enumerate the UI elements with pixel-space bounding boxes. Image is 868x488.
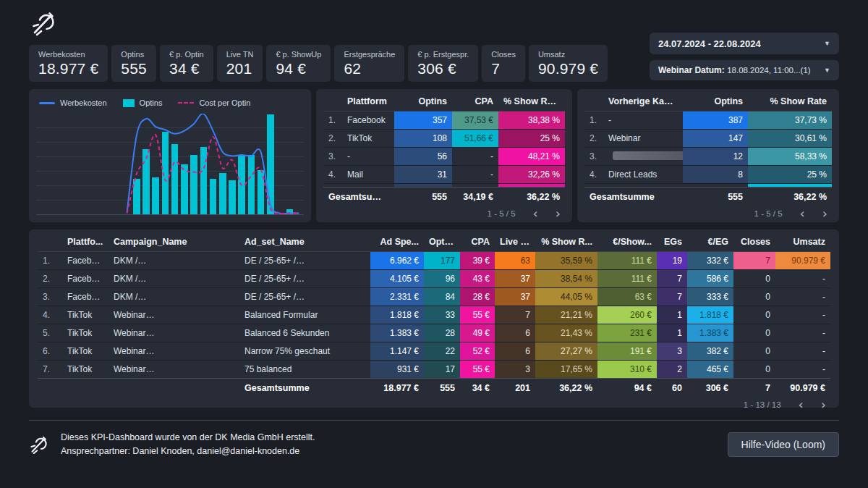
table-cell: 260 € — [597, 306, 657, 324]
table-cell: 58,33 % — [748, 148, 832, 165]
column-header[interactable]: Plattform — [342, 93, 394, 111]
chevron-left-icon[interactable]: ‹ — [799, 400, 804, 410]
kpi-value: 555 — [121, 60, 147, 77]
redacted-text — [150, 364, 235, 373]
total-cell: 34 € — [460, 379, 495, 397]
column-header[interactable]: Optins — [424, 233, 460, 251]
table-cell: 1.818 € — [687, 306, 733, 324]
chevron-right-icon[interactable]: › — [821, 400, 826, 410]
chevron-left-icon[interactable]: ‹ — [800, 209, 805, 219]
chevron-down-icon: ▼ — [824, 40, 830, 47]
table-row: 1.FacebookDKM /DE / 25-65+ /6.962 €17739… — [38, 252, 830, 269]
kpi-value: 18.977 € — [38, 60, 98, 77]
table-cell: - — [452, 148, 498, 165]
table-body: 1.-38737,73 %2.Webinar14730,61 %3.1258,3… — [584, 112, 832, 187]
table-cell: 63 € — [597, 288, 657, 306]
redacted-text — [150, 328, 235, 337]
kpi-value: 7 — [491, 60, 516, 77]
row-number: 7. — [38, 361, 62, 378]
table-cell: Facebook — [62, 270, 109, 287]
help-video-button[interactable]: Hilfe-Video (Loom) — [728, 432, 839, 457]
kpi-value: 201 — [226, 60, 254, 77]
column-header[interactable]: Vorherige Kampag... — [603, 93, 683, 111]
column-header[interactable]: CPA — [460, 233, 495, 251]
table-row: 6.TikTokWebinarNarrow 75% geschaut1.147 … — [38, 342, 830, 360]
column-header[interactable]: % Show R... — [535, 233, 597, 251]
cell-text: DKM / — [114, 256, 146, 266]
table-cell: 147 — [683, 130, 748, 147]
brand-logo-icon — [29, 434, 51, 455]
table-cell: Balanced 6 Sekunden — [239, 324, 370, 342]
table-cell: 310 € — [597, 361, 657, 378]
table-row: 4.TikTokWebinarBalanced Formular1.818 €3… — [38, 306, 830, 324]
kpi-label: Live TN — [226, 50, 254, 59]
column-header[interactable]: €/Show... — [597, 233, 657, 251]
chart-line-solid — [127, 114, 299, 214]
table-cell: 55 € — [460, 306, 495, 324]
row-number: 3. — [584, 148, 603, 165]
table-cell: 90.979 € — [775, 252, 830, 269]
chart-plot-area — [36, 114, 304, 215]
column-header[interactable]: Live TN — [495, 233, 535, 251]
chevron-right-icon[interactable]: › — [822, 209, 827, 219]
pagination: 1 - 5 / 5‹› — [584, 206, 832, 219]
date-range-value: 24.07.2024 - 22.08.2024 — [658, 38, 761, 49]
pagination-range: 1 - 5 / 5 — [488, 209, 516, 218]
legend-label: Werbekosten — [60, 98, 107, 107]
kpi-label: € p. ShowUp — [276, 50, 321, 59]
table-cell: - — [775, 361, 830, 378]
column-header[interactable]: Campaign_Name — [109, 233, 239, 251]
chevron-right-icon[interactable]: › — [556, 209, 561, 219]
redacted-text — [613, 151, 683, 160]
table-cell: Balanced Formular — [239, 306, 370, 324]
redacted-text — [300, 274, 370, 282]
row-number: 6. — [38, 342, 62, 360]
date-range-picker[interactable]: 24.07.2024 - 22.08.2024 ▼ — [650, 33, 839, 54]
footer: Dieses KPI-Dashboard wurde von der DK Me… — [29, 431, 839, 458]
column-header[interactable]: Optins — [394, 93, 452, 111]
table-cell: DE / 25-65+ / — [239, 252, 370, 269]
cell-text: DKM / — [114, 292, 146, 302]
redacted-text — [142, 256, 239, 264]
column-header[interactable]: EGs — [657, 233, 687, 251]
kpi-value: 34 € — [169, 60, 204, 77]
header: Werbekosten18.977 €Optins555€ p. Optin34… — [29, 9, 839, 84]
kpi-card: € p. ShowUp94 € — [266, 45, 331, 82]
table-cell: 56 — [394, 148, 452, 165]
column-header[interactable]: Umsatz — [775, 233, 830, 251]
table-body: 1.Facebook35737,53 €38,38 %2.TikTok10851… — [323, 112, 565, 187]
kpi-card: Umsatz90.979 € — [529, 45, 608, 82]
total-cell: 18.977 € — [370, 379, 424, 397]
legend-dashed-swatch — [178, 102, 194, 104]
column-header[interactable]: Ad Spe... — [370, 233, 424, 251]
table-cell: 1 — [657, 306, 687, 324]
column-header[interactable]: Closes — [733, 233, 775, 251]
table-cell: 49 € — [460, 324, 495, 342]
table-cell: 111 € — [597, 270, 657, 287]
column-header[interactable]: €/EG — [687, 233, 733, 251]
table-header-row: Vorherige Kampag...Optins% Show Rate — [584, 93, 832, 112]
footer-line2: Ansprechpartner: Daniel Knoden, daniel@d… — [61, 445, 315, 458]
legend-label: Optins — [140, 98, 163, 107]
row-number-header — [38, 233, 62, 251]
table-row: 3.-56-48,21 % — [323, 147, 565, 165]
table-cell: 4.105 € — [370, 270, 424, 287]
column-header[interactable]: Plattfo... — [62, 233, 109, 251]
table-cell: - — [775, 342, 830, 360]
table-cell: 7 — [657, 288, 687, 306]
total-cell: 94 € — [597, 379, 657, 397]
total-cell: 555 — [683, 188, 748, 206]
webinar-date-filter[interactable]: Webinar Datum: 18.08.2024, 11:00...(1) ▼ — [650, 60, 839, 80]
column-header[interactable]: CPA — [452, 93, 498, 111]
column-header[interactable]: Optins — [683, 93, 748, 111]
column-header[interactable]: % Show Rate — [748, 93, 832, 111]
chevron-left-icon[interactable]: ‹ — [533, 209, 538, 219]
table-cell: - — [452, 166, 498, 183]
chevron-down-icon: ▼ — [824, 67, 830, 74]
column-header[interactable]: % Show Rate — [498, 93, 565, 111]
column-header[interactable]: Ad_set_Name — [239, 233, 370, 251]
kpi-label: Werbekosten — [38, 50, 98, 59]
table-cell: Webinar — [109, 306, 239, 324]
table-cell: 357 — [394, 112, 452, 129]
cell-text: Webinar — [114, 364, 154, 374]
